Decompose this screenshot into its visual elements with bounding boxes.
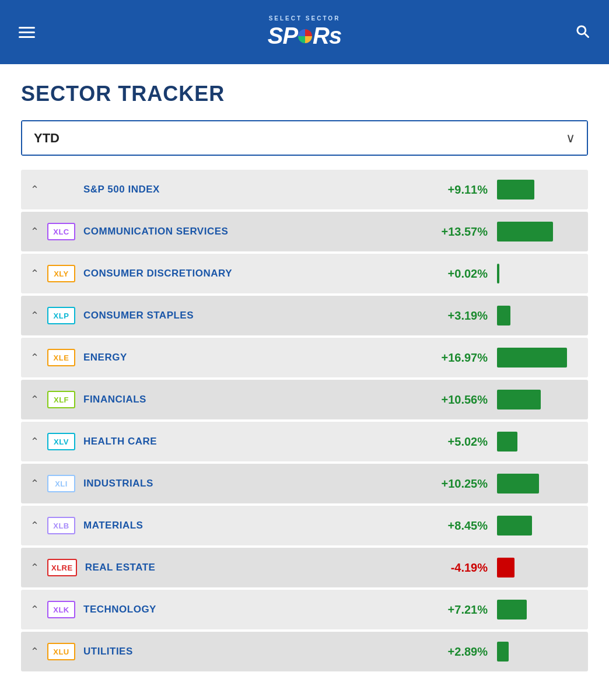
- sector-pct-xlc: +13.57%: [429, 225, 488, 239]
- sector-row-xli[interactable]: ⌃XLIINDUSTRIALS+10.25%: [21, 464, 588, 503]
- menu-button[interactable]: [19, 27, 35, 38]
- bar-container-xly: [497, 264, 579, 284]
- chevron-up-icon: ⌃: [30, 267, 39, 280]
- bar-xli: [497, 474, 539, 494]
- bar-xly: [497, 264, 499, 284]
- bar-container-xlu: [497, 642, 579, 662]
- sector-pct-xlb: +8.45%: [429, 519, 488, 533]
- sector-pct-xlv: +5.02%: [429, 435, 488, 449]
- search-button[interactable]: [574, 23, 590, 41]
- bar-container-xlb: [497, 516, 579, 536]
- sector-row-xlre[interactable]: ⌃XLREREAL ESTATE-4.19%: [21, 548, 588, 587]
- chevron-up-icon: ⌃: [30, 351, 39, 364]
- ticker-badge-xlf: XLF: [47, 391, 75, 408]
- bar-xlb: [497, 516, 532, 536]
- chevron-up-icon: ⌃: [30, 393, 39, 406]
- sector-name-xlp: CONSUMER STAPLES: [83, 310, 429, 321]
- chevron-up-icon: ⌃: [30, 561, 39, 574]
- sector-pct-xli: +10.25%: [429, 477, 488, 491]
- header: SELECT SECTOR SP Rs: [0, 0, 609, 64]
- sector-name-xlf: FINANCIALS: [83, 394, 429, 405]
- chevron-up-icon: ⌃: [30, 477, 39, 490]
- ticker-badge-xlc: XLC: [47, 223, 75, 240]
- bar-xlu: [497, 642, 509, 662]
- sector-name-xlk: TECHNOLOGY: [83, 604, 429, 615]
- sector-name-xlu: UTILITIES: [83, 646, 429, 657]
- sector-list: ⌃S&P 500 INDEX+9.11%⌃XLCCOMMUNICATION SE…: [21, 170, 588, 671]
- sector-pct-xlre: -4.19%: [429, 561, 488, 575]
- sector-row-xlv[interactable]: ⌃XLVHEALTH CARE+5.02%: [21, 422, 588, 461]
- bar-container-sp500: [497, 180, 579, 200]
- site-logo: SELECT SECTOR SP Rs: [268, 15, 342, 49]
- bar-container-xlf: [497, 390, 579, 410]
- bar-xle: [497, 348, 567, 368]
- sector-name-xlv: HEALTH CARE: [83, 436, 429, 447]
- bar-xlc: [497, 222, 553, 242]
- sector-name-xlc: COMMUNICATION SERVICES: [83, 226, 429, 237]
- chevron-up-icon: ⌃: [30, 603, 39, 616]
- sector-pct-xlu: +2.89%: [429, 645, 488, 659]
- ticker-badge-xlv: XLV: [47, 433, 75, 450]
- bar-xlp: [497, 306, 510, 326]
- logo-top-text: SELECT SECTOR: [268, 15, 342, 22]
- ticker-badge-xly: XLY: [47, 265, 75, 282]
- chevron-up-icon: ⌃: [30, 183, 39, 196]
- sector-row-xly[interactable]: ⌃XLYCONSUMER DISCRETIONARY+0.02%: [21, 254, 588, 293]
- sector-row-xlf[interactable]: ⌃XLFFINANCIALS+10.56%: [21, 380, 588, 419]
- logo-circle-icon: [298, 29, 312, 43]
- bar-container-xlre: [497, 558, 579, 578]
- sector-row-xle[interactable]: ⌃XLEENERGY+16.97%: [21, 338, 588, 377]
- bar-container-xlk: [497, 600, 579, 620]
- period-dropdown[interactable]: 1D 1W 1M 3M 6M YTD 1Y 3Y 5Y: [22, 121, 587, 155]
- logo-rs: Rs: [313, 23, 341, 49]
- sector-name-xlre: REAL ESTATE: [85, 562, 429, 573]
- ticker-badge-xlb: XLB: [47, 517, 75, 534]
- sector-pct-xly: +0.02%: [429, 267, 488, 281]
- sector-row-xlc[interactable]: ⌃XLCCOMMUNICATION SERVICES+13.57%: [21, 212, 588, 251]
- chevron-up-icon: ⌃: [30, 435, 39, 448]
- sector-name-xlb: MATERIALS: [83, 520, 429, 531]
- sector-pct-sp500: +9.11%: [429, 183, 488, 197]
- ticker-badge-xlre: XLRE: [47, 559, 77, 576]
- page-title: SECTOR TRACKER: [21, 82, 588, 106]
- sector-row-xlk[interactable]: ⌃XLKTECHNOLOGY+7.21%: [21, 590, 588, 629]
- bar-xlk: [497, 600, 527, 620]
- sector-pct-xle: +16.97%: [429, 351, 488, 365]
- sector-row-xlb[interactable]: ⌃XLBMATERIALS+8.45%: [21, 506, 588, 545]
- chevron-up-icon: ⌃: [30, 225, 39, 238]
- sector-row-sp500[interactable]: ⌃S&P 500 INDEX+9.11%: [21, 170, 588, 209]
- sector-name-xle: ENERGY: [83, 352, 429, 363]
- sector-row-xlp[interactable]: ⌃XLPCONSUMER STAPLES+3.19%: [21, 296, 588, 335]
- bar-container-xle: [497, 348, 579, 368]
- period-dropdown-container[interactable]: 1D 1W 1M 3M 6M YTD 1Y 3Y 5Y ∨: [21, 120, 588, 156]
- bar-xlf: [497, 390, 541, 410]
- bar-container-xlp: [497, 306, 579, 326]
- chevron-up-icon: ⌃: [30, 645, 39, 658]
- bar-sp500: [497, 180, 534, 200]
- ticker-badge-xlk: XLK: [47, 601, 75, 618]
- ticker-badge-xlu: XLU: [47, 643, 75, 660]
- bar-xlre: [497, 558, 514, 578]
- sector-name-xly: CONSUMER DISCRETIONARY: [83, 268, 429, 279]
- bar-container-xli: [497, 474, 579, 494]
- sector-name-xli: INDUSTRIALS: [83, 478, 429, 489]
- chevron-up-icon: ⌃: [30, 309, 39, 322]
- chevron-up-icon: ⌃: [30, 519, 39, 532]
- sector-pct-xlf: +10.56%: [429, 393, 488, 407]
- logo-sp: SP: [268, 23, 298, 49]
- sector-name-sp500: S&P 500 INDEX: [83, 184, 429, 195]
- page-content: SECTOR TRACKER 1D 1W 1M 3M 6M YTD 1Y 3Y …: [0, 64, 609, 700]
- ticker-badge-xlp: XLP: [47, 307, 75, 324]
- ticker-badge-xli: XLI: [47, 475, 75, 492]
- sector-pct-xlp: +3.19%: [429, 309, 488, 323]
- ticker-badge-xle: XLE: [47, 349, 75, 366]
- sector-pct-xlk: +7.21%: [429, 603, 488, 617]
- sector-row-xlu[interactable]: ⌃XLUUTILITIES+2.89%: [21, 632, 588, 671]
- bar-container-xlv: [497, 432, 579, 452]
- bar-xlv: [497, 432, 517, 452]
- bar-container-xlc: [497, 222, 579, 242]
